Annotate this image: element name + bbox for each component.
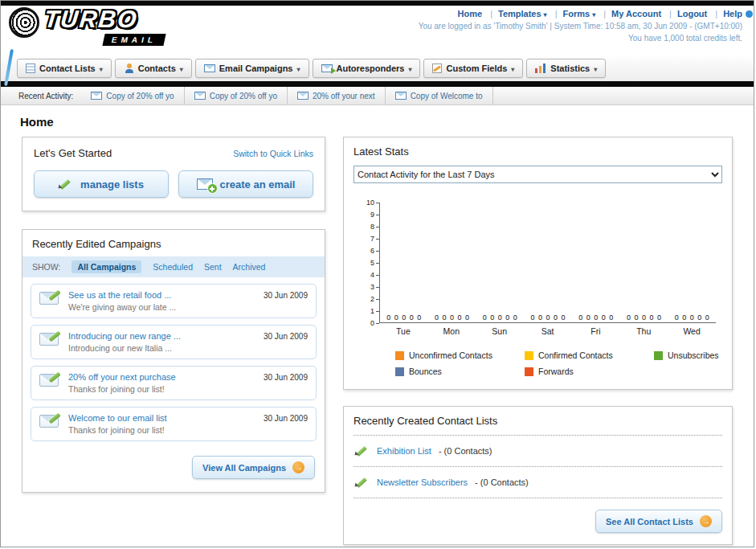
legend-label: Forwards: [538, 367, 574, 376]
logo-swirl-icon: [9, 7, 39, 38]
bar-value-labels: 0 0 0 0 0: [531, 313, 566, 322]
recent-activity-item[interactable]: Copy of Welcome to: [386, 87, 493, 104]
bar-value-labels: 0 0 0 0 0: [627, 313, 661, 322]
legend-swatch: [525, 367, 533, 376]
legend-label: Bounces: [409, 367, 442, 376]
tab-statistics[interactable]: Statistics: [526, 59, 606, 78]
tab-custom-fields[interactable]: Custom Fields: [423, 59, 523, 78]
chevron-down-icon: [541, 9, 547, 18]
tab-autoresponders[interactable]: Autoresponders: [313, 59, 421, 78]
legend-swatch: [654, 351, 663, 360]
campaign-envelope-pencil-icon: [39, 292, 59, 305]
filter-scheduled[interactable]: Scheduled: [153, 262, 193, 272]
manage-lists-label: manage lists: [80, 178, 144, 191]
top-link-help[interactable]: Help: [709, 9, 742, 18]
contact-list-link[interactable]: Newsletter Subscribers: [377, 477, 468, 487]
logo-text: TURBO EMAIL: [44, 7, 165, 46]
legend-item: Forwards: [525, 367, 649, 376]
switch-to-quick-links[interactable]: Switch to Quick Links: [233, 149, 313, 158]
contact-list-row[interactable]: Newsletter Subscribers - (0 Contacts): [353, 467, 722, 498]
campaign-title-link[interactable]: Introducing our new range ...: [68, 331, 245, 341]
x-axis-label: Wed: [668, 326, 716, 336]
chart-legend: Unconfirmed ContactsConfirmed ContactsUn…: [395, 350, 722, 376]
view-all-campaigns-button[interactable]: View All Campaigns: [192, 456, 315, 479]
latest-stats-title: Latest Stats: [353, 145, 722, 161]
manage-lists-button[interactable]: manage lists: [34, 170, 169, 198]
activity-item-label: Copy of 20% off yo: [210, 92, 277, 100]
arrow-right-icon: [700, 515, 712, 527]
chart-x-axis: TueMonSunSatFriThuWed: [379, 323, 716, 336]
create-email-button[interactable]: create an email: [178, 170, 313, 198]
chevron-down-icon: [594, 64, 597, 73]
campaign-row[interactable]: Welcome to our email list Thanks for joi…: [31, 407, 317, 441]
campaign-date: 30 Jun 2009: [264, 332, 308, 341]
y-axis-tick-label: 2: [370, 295, 379, 303]
campaign-filter-bar: SHOW: All Campaigns Scheduled Sent Archi…: [22, 256, 325, 277]
campaign-row[interactable]: See us at the retail food ... We're givi…: [31, 284, 317, 318]
y-axis-tick-label: 5: [370, 259, 379, 267]
top-link-templates[interactable]: Templates: [484, 9, 546, 18]
filter-sent[interactable]: Sent: [204, 262, 222, 272]
y-axis-tick-label: 7: [370, 235, 379, 243]
envelope-icon: [297, 92, 309, 100]
header: TURBO EMAIL Home Templates Forms My Acco…: [1, 6, 754, 54]
tab-contacts[interactable]: Contacts: [115, 59, 192, 78]
campaign-subtitle: Introducing our new Italia ...: [68, 343, 245, 353]
campaign-envelope-pencil-icon: [39, 333, 59, 346]
nav-divider-bar: [1, 81, 754, 87]
campaign-title-link[interactable]: 20% off your next purchase: [68, 372, 245, 382]
campaign-date: 30 Jun 2009: [264, 291, 308, 300]
bar-value-labels: 0 0 0 0 0: [483, 313, 517, 322]
filter-archived[interactable]: Archived: [233, 262, 266, 272]
contact-lists-icon: [26, 64, 35, 73]
bar-value-labels: 0 0 0 0 0: [578, 313, 613, 322]
create-email-label: create an email: [220, 178, 296, 191]
campaign-title-link[interactable]: See us at the retail food ...: [68, 290, 245, 300]
legend-item: Confirmed Contacts: [525, 350, 649, 360]
x-axis-label: Fri: [571, 326, 619, 336]
recent-activity-item[interactable]: Copy of 20% off yo: [185, 87, 288, 104]
top-link-label: Help: [723, 9, 742, 18]
chevron-down-icon: [180, 64, 183, 73]
campaign-title-link[interactable]: Welcome to our email list: [68, 413, 245, 423]
tab-label: Contact Lists: [39, 64, 96, 73]
activity-item-label: Copy of Welcome to: [411, 92, 483, 100]
app-window: TURBO EMAIL Home Templates Forms My Acco…: [0, 0, 754, 547]
campaigns-panel: Recently Edited Campaigns SHOW: All Camp…: [22, 229, 325, 493]
campaign-row[interactable]: Introducing our new range ... Introducin…: [31, 325, 317, 359]
x-axis-label: Mon: [427, 326, 476, 336]
see-all-contact-lists-button[interactable]: See All Contact Lists: [595, 510, 722, 533]
email-campaigns-icon: [204, 64, 215, 72]
y-axis-tick-label: 9: [370, 211, 379, 219]
recent-activity-bar: Recent Activity: Copy of 20% off yo Copy…: [1, 87, 754, 105]
main-content: Home Let's Get Started Switch to Quick L…: [1, 115, 754, 545]
top-link-label: Forms: [563, 9, 590, 18]
activity-item-label: 20% off your next: [313, 92, 375, 100]
statistics-icon: [535, 64, 546, 73]
top-link-home[interactable]: Home: [458, 9, 483, 18]
tab-label: Autoresponders: [337, 64, 405, 73]
envelope-icon: [395, 92, 407, 100]
tab-contact-lists[interactable]: Contact Lists: [17, 59, 112, 78]
autoresponders-icon: [321, 64, 333, 72]
top-link-logout[interactable]: Logout: [664, 9, 707, 18]
recent-activity-item[interactable]: Copy of 20% off yo: [81, 87, 184, 104]
bar-value-labels: 0 0 0 0 0: [386, 313, 421, 322]
top-link-label: Home: [458, 9, 483, 18]
show-label: SHOW:: [32, 262, 60, 272]
filter-all-campaigns[interactable]: All Campaigns: [72, 260, 141, 273]
campaign-subtitle: Thanks for joining our list!: [68, 384, 245, 394]
chevron-down-icon: [511, 64, 514, 73]
chart-plot-groups: 0 0 0 0 00 0 0 0 00 0 0 0 00 0 0 0 00 0 …: [379, 203, 716, 323]
top-link-forms[interactable]: Forms: [550, 9, 596, 18]
recent-activity-item[interactable]: 20% off your next: [288, 87, 386, 104]
y-axis-tick-label: 0: [370, 319, 379, 327]
contact-list-link[interactable]: Exhibition List: [377, 446, 431, 456]
top-link-my-account[interactable]: My Account: [598, 9, 661, 18]
contact-list-row[interactable]: Exhibition List - (0 Contacts): [353, 435, 722, 467]
stats-range-select[interactable]: Contact Activity for the Last 7 Days: [353, 166, 722, 183]
y-axis-tick-label: 10: [366, 199, 379, 207]
tab-email-campaigns[interactable]: Email Campaigns: [195, 59, 309, 78]
campaign-date: 30 Jun 2009: [264, 414, 308, 423]
campaign-row[interactable]: 20% off your next purchase Thanks for jo…: [31, 366, 317, 400]
